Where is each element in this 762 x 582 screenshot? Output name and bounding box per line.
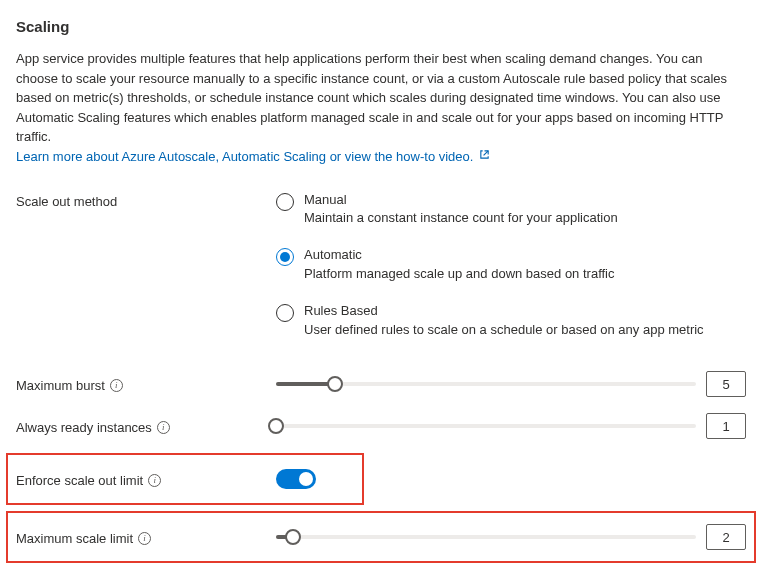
maximum-burst-slider[interactable]	[276, 375, 696, 393]
radio-description: Maintain a constant instance count for y…	[304, 210, 618, 225]
info-icon[interactable]: i	[138, 532, 151, 545]
enforce-scale-out-toggle[interactable]	[276, 469, 316, 489]
info-icon[interactable]: i	[110, 379, 123, 392]
scale-out-method-label: Scale out method	[16, 192, 276, 209]
info-icon[interactable]: i	[157, 421, 170, 434]
always-ready-label: Always ready instances	[16, 420, 152, 435]
enforce-limit-highlight: Enforce scale out limit i	[6, 453, 364, 505]
radio-circle-icon	[276, 304, 294, 322]
radio-label: Manual	[304, 192, 618, 209]
scale-out-radio-group: Manual Maintain a constant instance coun…	[276, 192, 746, 338]
toggle-knob-icon	[299, 472, 313, 486]
section-description: App service provides multiple features t…	[16, 49, 746, 147]
always-ready-value[interactable]: 1	[706, 413, 746, 439]
maximum-scale-limit-slider[interactable]	[276, 528, 696, 546]
maximum-scale-limit-label: Maximum scale limit	[16, 531, 133, 546]
radio-option-manual[interactable]: Manual Maintain a constant instance coun…	[276, 192, 746, 226]
radio-option-automatic[interactable]: Automatic Platform managed scale up and …	[276, 247, 746, 281]
learn-more-text: Learn more about Azure Autoscale, Automa…	[16, 149, 473, 164]
max-scale-limit-highlight: Maximum scale limit i 2	[6, 511, 756, 563]
radio-circle-icon	[276, 193, 294, 211]
radio-label: Automatic	[304, 247, 615, 264]
maximum-burst-label: Maximum burst	[16, 378, 105, 393]
radio-description: User defined rules to scale on a schedul…	[304, 322, 704, 337]
radio-option-rules-based[interactable]: Rules Based User defined rules to scale …	[276, 303, 746, 337]
enforce-scale-out-limit-label: Enforce scale out limit	[16, 473, 143, 488]
learn-more-link[interactable]: Learn more about Azure Autoscale, Automa…	[16, 149, 490, 164]
radio-label: Rules Based	[304, 303, 704, 320]
always-ready-slider[interactable]	[276, 417, 696, 435]
radio-description: Platform managed scale up and down based…	[304, 266, 615, 281]
maximum-burst-value[interactable]: 5	[706, 371, 746, 397]
maximum-scale-limit-value[interactable]: 2	[706, 524, 746, 550]
section-title: Scaling	[16, 18, 746, 35]
info-icon[interactable]: i	[148, 474, 161, 487]
radio-circle-selected-icon	[276, 248, 294, 266]
external-link-icon	[479, 149, 490, 160]
